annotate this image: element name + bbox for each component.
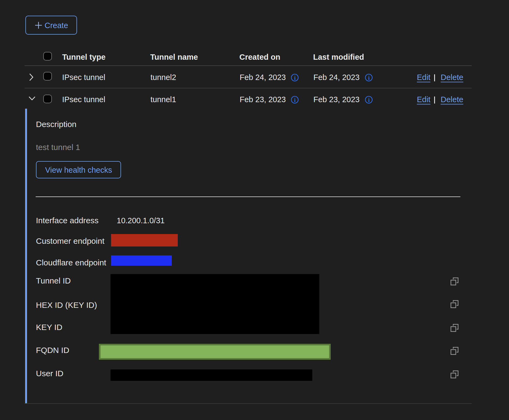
svg-text:i: i [294,97,296,103]
svg-text:i: i [294,75,296,81]
svg-text:i: i [368,75,370,81]
svg-text:i: i [368,97,370,103]
